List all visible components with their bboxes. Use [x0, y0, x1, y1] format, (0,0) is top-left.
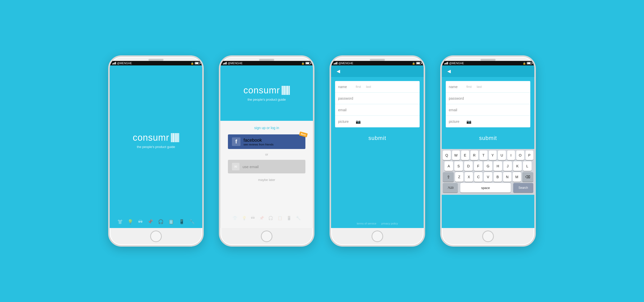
email-input[interactable] [356, 108, 417, 112]
signal-bar-4-4 [447, 62, 448, 64]
picture-row-4: picture 📷 [446, 116, 530, 127]
register-form: name first last password email picture [335, 81, 420, 127]
battery-icon-4 [527, 62, 532, 64]
password-input-4[interactable] [466, 96, 527, 100]
key-shift[interactable]: ⇧ [443, 172, 454, 182]
facebook-button[interactable]: f facebook see reviews from friends Best [228, 134, 305, 149]
name-label: name [338, 85, 356, 89]
home-button-1[interactable] [150, 231, 162, 242]
first-placeholder-4: first [466, 85, 472, 89]
key-k[interactable]: K [513, 161, 522, 171]
key-space[interactable]: space [460, 183, 511, 193]
battery-icon-1 [195, 62, 200, 64]
terms-link[interactable]: terms of service [357, 222, 376, 225]
key-n[interactable]: N [503, 172, 511, 182]
search-key[interactable]: Search [513, 183, 533, 193]
use-email-button[interactable]: ✉ use email [228, 160, 305, 173]
key-o[interactable]: O [516, 150, 524, 160]
email-icon: ✉ [232, 163, 239, 170]
li-box: 🎧 [268, 216, 273, 220]
or-text: or [265, 153, 268, 156]
login-body: sign up or log in f facebook see reviews… [220, 121, 313, 228]
back-button-4[interactable]: ◀ [445, 67, 453, 75]
status-right-3: 🔒 [412, 62, 421, 65]
status-bar-2: @MENGHE 🔒 [220, 61, 313, 65]
home-button-4[interactable] [482, 231, 494, 242]
splash-screen: consumr the people's product gu [110, 65, 202, 228]
phone-notch-1 [110, 57, 202, 61]
lock-icon-4: 🔒 [523, 62, 526, 65]
lock-icon-1: 🔒 [191, 62, 194, 65]
home-button-3[interactable] [372, 231, 383, 242]
splash-icon-shirt: 👕 [117, 219, 123, 224]
home-button-2[interactable] [261, 231, 272, 242]
key-b[interactable]: B [494, 172, 502, 182]
key-w[interactable]: W [452, 150, 460, 160]
key-a[interactable]: A [445, 161, 453, 171]
speaker-4 [480, 59, 496, 61]
key-j[interactable]: J [503, 161, 512, 171]
password-input[interactable] [356, 96, 417, 100]
key-r[interactable]: R [470, 150, 478, 160]
key-u[interactable]: U [498, 150, 506, 160]
barcode-icon-2 [281, 86, 290, 95]
signal-bar-3 [114, 62, 115, 64]
splash-icon-bulb: 💡 [128, 219, 133, 224]
speaker-3 [370, 59, 385, 61]
li-phone: 📱 [287, 216, 292, 220]
key-t[interactable]: T [479, 150, 488, 160]
key-q[interactable]: Q [443, 150, 451, 160]
key-x[interactable]: X [465, 172, 473, 182]
key-s[interactable]: S [454, 161, 463, 171]
key-p[interactable]: P [526, 150, 534, 160]
signal-bar-2 [113, 63, 114, 64]
keyboard: Q W E R T Y U I O P A S D F G H [442, 149, 534, 195]
app-logo-2: consumr [244, 85, 290, 96]
status-right-4: 🔒 [523, 62, 532, 65]
register-keyboard-screen: ◀ name first last password email [442, 65, 534, 228]
key-g[interactable]: G [484, 161, 492, 171]
login-header: consumr the people's product gu [220, 65, 313, 121]
key-v[interactable]: V [484, 172, 492, 182]
signal-bars-1 [112, 62, 116, 64]
key-h[interactable]: H [494, 161, 502, 171]
name-inputs: first last [356, 85, 417, 89]
submit-button-4[interactable]: submit [446, 131, 530, 145]
kb-row-3: ⇧ Z X C V B N M ⌫ [443, 172, 533, 182]
key-numbers[interactable]: .?123 [443, 183, 458, 193]
battery-icon-2 [305, 62, 310, 64]
email-input-4[interactable] [466, 108, 527, 112]
maybe-later-text[interactable]: maybe later [258, 178, 275, 182]
lock-icon-2: 🔒 [301, 62, 304, 65]
li-shirt: 👕 [232, 216, 237, 220]
email-row: email [335, 104, 420, 116]
screen-4: @MENGHE 🔒 ◀ name first last [442, 61, 534, 228]
key-delete[interactable]: ⌫ [522, 172, 533, 182]
key-y[interactable]: Y [489, 150, 497, 160]
battery-fill-3 [417, 62, 420, 64]
privacy-link[interactable]: privacy policy [381, 222, 398, 225]
status-left-3: @MENGHE [334, 62, 353, 65]
li-pin: 📌 [259, 216, 264, 220]
key-z[interactable]: Z [455, 172, 463, 182]
lock-icon-3: 🔒 [412, 62, 415, 65]
speaker-2 [259, 59, 274, 61]
splash-icon-clip: 📋 [168, 219, 174, 224]
password-row-4: password [446, 93, 530, 104]
back-button-3[interactable]: ◀ [335, 67, 342, 75]
key-e[interactable]: E [461, 150, 469, 160]
splash-icon-pin: 📌 [147, 219, 153, 224]
tagline-2: the people's product guide [248, 98, 286, 101]
key-f[interactable]: F [474, 161, 482, 171]
key-l[interactable]: L [523, 161, 532, 171]
key-m[interactable]: M [513, 172, 521, 182]
key-d[interactable]: D [464, 161, 473, 171]
logo-text-1: consumr [133, 132, 169, 143]
key-c[interactable]: C [474, 172, 482, 182]
camera-icon-4: 📷 [466, 119, 471, 124]
submit-button-3[interactable]: submit [335, 131, 420, 145]
register-form-4: name first last password email picture [446, 81, 530, 127]
key-i[interactable]: I [507, 150, 515, 160]
signal-bar-3-4 [337, 62, 337, 64]
phone-notch-3 [331, 57, 424, 61]
